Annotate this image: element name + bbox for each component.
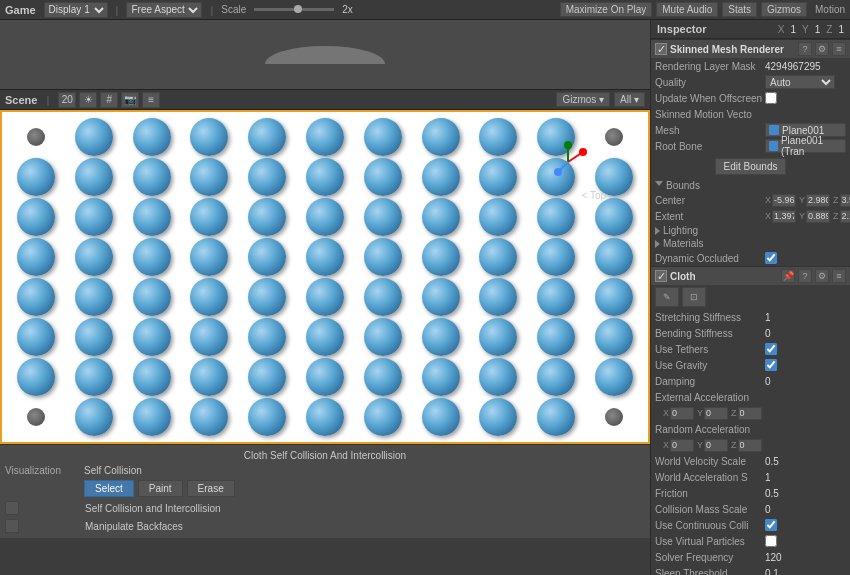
cloth-ball bbox=[306, 358, 344, 396]
aspect-select[interactable]: Free Aspect bbox=[126, 2, 202, 18]
scene-tool-light[interactable]: ☀ bbox=[79, 92, 97, 108]
cloth-ball bbox=[17, 238, 55, 276]
cloth-node bbox=[355, 198, 411, 236]
ext-z[interactable] bbox=[738, 407, 762, 420]
dynamic-occluded-label: Dynamic Occluded bbox=[655, 253, 765, 264]
scene-tool-cam[interactable]: 📷 bbox=[121, 92, 139, 108]
all-dropdown-btn[interactable]: All ▾ bbox=[614, 92, 645, 107]
edit-bounds-row: Edit Bounds bbox=[651, 154, 850, 179]
smr-checkbox[interactable]: ✓ bbox=[655, 43, 667, 55]
cloth-node bbox=[297, 398, 353, 436]
display-select[interactable]: Display 1 bbox=[44, 2, 108, 18]
smr-icon2[interactable]: ⚙ bbox=[815, 42, 829, 56]
cloth-ball bbox=[422, 358, 460, 396]
cloth-node bbox=[355, 278, 411, 316]
cloth-ball bbox=[479, 358, 517, 396]
cloth-option1-row: Self Collision and Intercollision bbox=[5, 499, 645, 517]
rand-x[interactable] bbox=[670, 439, 694, 452]
cloth-icon3[interactable]: ≡ bbox=[832, 269, 846, 283]
lighting-header[interactable]: Lighting bbox=[651, 224, 850, 237]
extent-row: Extent X Y Z bbox=[651, 208, 850, 224]
select-btn[interactable]: Select bbox=[84, 480, 134, 497]
rand-z[interactable] bbox=[738, 439, 762, 452]
smr-header[interactable]: ✓ Skinned Mesh Renderer ? ⚙ ≡ bbox=[651, 39, 850, 58]
rendering-layer-row: Rendering Layer Mask 4294967295 bbox=[651, 58, 850, 74]
col-mass-value: 0 bbox=[765, 504, 771, 515]
use-tethers-checkbox[interactable] bbox=[765, 343, 777, 355]
extent-x[interactable] bbox=[772, 210, 796, 223]
option1-label[interactable]: Self Collision and Intercollision bbox=[85, 503, 221, 514]
cloth-checkbox[interactable]: ✓ bbox=[655, 270, 667, 282]
root-bone-value: Plane001 (Tran bbox=[781, 135, 842, 157]
gizmos-dropdown-btn[interactable]: Gizmos ▾ bbox=[556, 92, 610, 107]
dynamic-occluded-checkbox[interactable] bbox=[765, 252, 777, 264]
paint-btn[interactable]: Paint bbox=[138, 480, 183, 497]
cloth-ball bbox=[133, 118, 171, 156]
cloth-node bbox=[586, 198, 642, 236]
cloth-edit-btn2[interactable]: ⊡ bbox=[682, 287, 706, 307]
scene-tool-extra[interactable]: ≡ bbox=[142, 92, 160, 108]
cloth-ball bbox=[75, 198, 113, 236]
cloth-node bbox=[8, 398, 64, 436]
cloth-node bbox=[355, 158, 411, 196]
cloth-icons: 📌 ? ⚙ ≡ bbox=[781, 269, 846, 283]
use-virtual-checkbox[interactable] bbox=[765, 535, 777, 547]
gizmos-btn[interactable]: Gizmos bbox=[761, 2, 807, 17]
option2-label[interactable]: Manipulate Backfaces bbox=[85, 521, 183, 532]
smr-icon3[interactable]: ≡ bbox=[832, 42, 846, 56]
world-accel-row: World Acceleration S 1 bbox=[651, 469, 850, 485]
scene-scale-value[interactable]: 20 bbox=[58, 92, 76, 108]
erase-btn[interactable]: Erase bbox=[187, 480, 235, 497]
edit-bounds-btn[interactable]: Edit Bounds bbox=[715, 158, 787, 175]
root-bone-field[interactable]: Plane001 (Tran bbox=[765, 139, 846, 153]
visualization-value: Self Collision bbox=[84, 465, 142, 476]
mute-audio-btn[interactable]: Mute Audio bbox=[656, 2, 718, 17]
stats-btn[interactable]: Stats bbox=[722, 2, 757, 17]
bounds-header[interactable]: Bounds bbox=[651, 179, 850, 192]
scene-bar: Scene | 20 ☀ # 📷 ≡ Gizmos ▾ All ▾ bbox=[0, 90, 650, 110]
cloth-pin-icon[interactable]: 📌 bbox=[781, 269, 795, 283]
cloth-header[interactable]: ✓ Cloth 📌 ? ⚙ ≡ bbox=[651, 266, 850, 285]
update-offscreen-checkbox[interactable] bbox=[765, 92, 777, 104]
sleep-threshold-value: 0.1 bbox=[765, 568, 779, 576]
cloth-ball bbox=[422, 158, 460, 196]
cloth-node bbox=[413, 158, 469, 196]
cloth-ball bbox=[75, 358, 113, 396]
center-y[interactable] bbox=[806, 194, 830, 207]
cloth-node bbox=[471, 118, 527, 156]
cloth-icon1[interactable]: ? bbox=[798, 269, 812, 283]
use-gravity-checkbox[interactable] bbox=[765, 359, 777, 371]
ext-x[interactable] bbox=[670, 407, 694, 420]
cloth-node bbox=[239, 398, 295, 436]
cloth-edit-btn1[interactable]: ✎ bbox=[655, 287, 679, 307]
cloth-edit-buttons: ✎ ⊡ bbox=[651, 285, 850, 309]
scene-gizmo[interactable] bbox=[543, 137, 593, 187]
cloth-icon2[interactable]: ⚙ bbox=[815, 269, 829, 283]
cloth-ball bbox=[364, 118, 402, 156]
scene-tool-grid[interactable]: # bbox=[100, 92, 118, 108]
use-continuous-checkbox[interactable] bbox=[765, 519, 777, 531]
smr-icon1[interactable]: ? bbox=[798, 42, 812, 56]
game-view bbox=[0, 20, 650, 90]
scale-slider[interactable] bbox=[254, 8, 334, 11]
bounds-label: Bounds bbox=[666, 180, 700, 191]
cloth-ball bbox=[133, 278, 171, 316]
ext-y[interactable] bbox=[704, 407, 728, 420]
center-x[interactable] bbox=[772, 194, 796, 207]
maximize-on-play-btn[interactable]: Maximize On Play bbox=[560, 2, 653, 17]
quality-dropdown[interactable]: Auto bbox=[765, 75, 835, 89]
cloth-ball bbox=[190, 198, 228, 236]
extent-y[interactable] bbox=[806, 210, 830, 223]
cloth-node bbox=[8, 318, 64, 356]
materials-header[interactable]: Materials bbox=[651, 237, 850, 250]
rand-y[interactable] bbox=[704, 439, 728, 452]
game-window-title: Game bbox=[5, 4, 36, 16]
cloth-ball bbox=[306, 118, 344, 156]
materials-triangle bbox=[655, 240, 660, 248]
extent-z[interactable] bbox=[840, 210, 850, 223]
center-z[interactable] bbox=[840, 194, 850, 207]
cloth-node bbox=[471, 238, 527, 276]
cloth-node bbox=[528, 278, 584, 316]
cloth-ball bbox=[306, 318, 344, 356]
cloth-ball bbox=[75, 158, 113, 196]
